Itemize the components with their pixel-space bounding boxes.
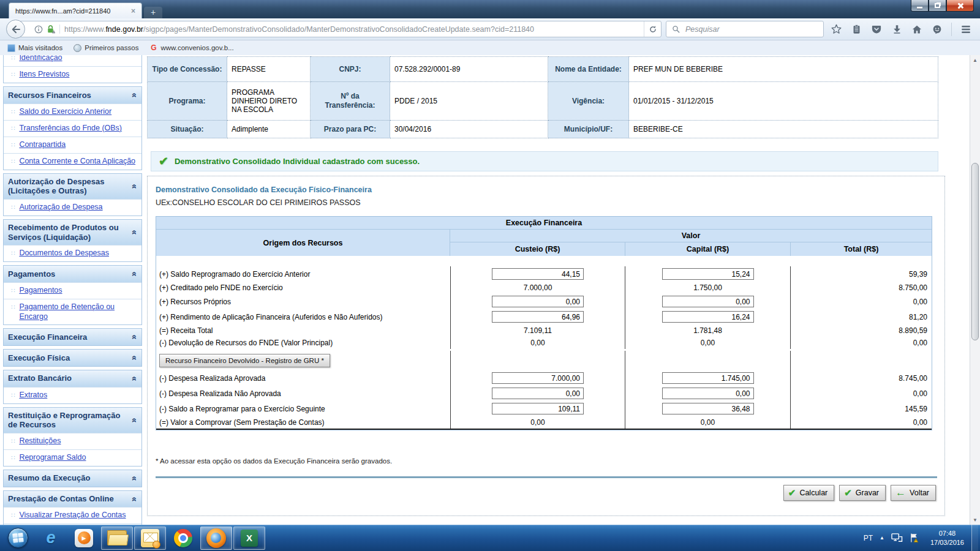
scrollbar-thumb[interactable] <box>971 163 979 340</box>
sidebar-item[interactable]: Autorização de Despesa <box>4 199 141 216</box>
hello-smiley-icon[interactable] <box>929 21 945 37</box>
taskbar-chrome[interactable] <box>167 527 199 550</box>
sidebar-item[interactable]: Conta Corrente e Conta Aplicação <box>4 153 141 170</box>
taskbar-file-explorer[interactable] <box>101 527 133 550</box>
reload-button[interactable] <box>644 21 661 37</box>
bookmark-item[interactable]: Gwww.convenios.gov.b... <box>149 44 233 52</box>
sidebar-item-link[interactable]: Restituições <box>19 437 61 446</box>
info-label: Nº da Transferência: <box>311 82 390 121</box>
sidebar-item[interactable]: Pagamento de Retenção ou Encargo <box>4 299 141 324</box>
taskbar-firefox[interactable] <box>200 527 232 550</box>
network-icon[interactable] <box>891 533 903 543</box>
sidebar-item-link[interactable]: Extratos <box>19 391 47 400</box>
sidebar-item-link[interactable]: Itens Previstos <box>19 70 69 80</box>
restore-button[interactable] <box>929 0 946 12</box>
browser-tab[interactable]: https://www.fn...am?cid=211840 × <box>9 2 142 18</box>
custeio-input-row0[interactable] <box>492 268 584 280</box>
url-bar[interactable]: https://www.fnde.gov.br/sigpc/pages/Mant… <box>19 21 662 37</box>
back-button[interactable] <box>6 20 25 39</box>
sidebar-item[interactable]: Extratos <box>4 387 141 403</box>
voltar-button[interactable]: Voltar <box>891 485 936 501</box>
sidebar-item-link[interactable]: Saldo do Exercício Anterior <box>19 107 111 117</box>
bookmark-star-button[interactable] <box>828 21 844 37</box>
sidebar-item[interactable]: Visualizar Prestação de Contas <box>4 507 141 523</box>
capital-input-row9[interactable] <box>662 403 754 414</box>
sidebar-item[interactable]: Restituições <box>4 433 141 449</box>
clock[interactable]: 07:48 17/03/2016 <box>927 529 968 547</box>
sidebar-item[interactable]: Saldo do Exercício Anterior <box>4 103 141 120</box>
sidebar-section-header[interactable]: Restituição e Reprogramação de Recursos <box>4 408 141 433</box>
downloads-icon[interactable] <box>889 21 905 37</box>
sidebar-section-header[interactable]: Extrato Bancário <box>4 370 141 387</box>
custeio-input-row7[interactable] <box>492 372 584 384</box>
custeio-input-row9[interactable] <box>492 403 584 414</box>
capital-input-row2[interactable] <box>662 296 754 307</box>
taskbar-internet-explorer[interactable]: e <box>35 527 67 550</box>
sidebar-item-link[interactable]: Contrapartida <box>19 140 66 150</box>
sidebar-section-header[interactable]: Pagamentos <box>4 266 141 282</box>
sidebar-section-header[interactable]: Resumo da Execução <box>4 470 141 487</box>
taskbar-outlook[interactable] <box>134 527 166 550</box>
capital-input-row8[interactable] <box>662 388 754 399</box>
capital-input-row0[interactable] <box>662 268 754 280</box>
site-identity[interactable] <box>34 24 60 34</box>
custeio-input-row2[interactable] <box>492 296 584 307</box>
sidebar-item-link[interactable]: Conta Corrente e Conta Aplicação <box>19 157 135 167</box>
firefox-icon <box>206 528 226 548</box>
scroll-down-arrow[interactable] <box>971 515 980 525</box>
total-value: 0,00 <box>913 339 927 347</box>
sidebar-item[interactable]: Itens Previstos <box>4 66 141 83</box>
search-box[interactable] <box>666 21 824 37</box>
sidebar-item-link[interactable]: Autorização de Despesa <box>19 203 102 212</box>
close-button[interactable] <box>946 0 974 12</box>
bookmark-item[interactable]: Primeiros passos <box>74 44 138 52</box>
sidebar-item-link[interactable]: Pagamentos <box>19 286 62 296</box>
sidebar-item-link[interactable]: Reprogramar Saldo <box>19 453 86 463</box>
taskbar-media-player[interactable] <box>68 527 100 550</box>
gru-register-button[interactable]: Recurso Financeiro Devolvido - Registro … <box>159 354 330 367</box>
home-icon[interactable] <box>909 21 925 37</box>
minimize-button[interactable] <box>911 0 929 12</box>
new-tab-button[interactable]: + <box>144 7 162 18</box>
sidebar-item[interactable]: Pagamentos <box>4 282 141 299</box>
gravar-button[interactable]: Gravar <box>839 485 886 501</box>
tab-close-icon[interactable]: × <box>131 7 135 15</box>
scroll-up-arrow[interactable] <box>971 55 980 65</box>
sidebar-item-link[interactable]: Visualizar Prestação de Contas <box>19 511 126 520</box>
sidebar-item[interactable]: Identificação <box>4 55 141 66</box>
calcular-button[interactable]: Calcular <box>783 485 834 501</box>
sidebar-item[interactable]: Documentos de Despesas <box>4 245 141 261</box>
sidebar-section-header[interactable]: Execução Financeira <box>4 329 141 345</box>
capital-input-row7[interactable] <box>662 372 754 384</box>
custeio-input-row3[interactable] <box>492 311 584 323</box>
sidebar-section-header[interactable]: Prestação de Contas Online <box>4 491 141 508</box>
sidebar-item[interactable]: Transferências do Fnde (OBs) <box>4 120 141 137</box>
sidebar-section-header[interactable]: Autorização de Despesas (Licitações e Ou… <box>4 174 141 199</box>
taskbar-excel[interactable]: X <box>233 527 265 550</box>
system-tray: PT 07:48 17/03/2016 <box>864 529 971 547</box>
sidebar-section-header[interactable]: Execução Física <box>4 350 141 366</box>
taskbar-start[interactable] <box>2 527 34 550</box>
sidebar-section-header[interactable]: Recebimento de Produtos ou Serviços (Liq… <box>4 220 141 245</box>
show-desktop-button[interactable] <box>971 525 978 551</box>
sidebar-item-link[interactable]: Identificação <box>19 55 62 63</box>
reading-list-icon[interactable] <box>848 21 864 37</box>
pocket-icon[interactable] <box>869 21 884 37</box>
capital-input-row3[interactable] <box>662 311 754 323</box>
hidden-icons-arrow[interactable] <box>880 535 884 541</box>
language-indicator[interactable]: PT <box>864 534 873 542</box>
search-input[interactable] <box>684 24 818 34</box>
sidebar-item[interactable]: Reprogramar Saldo <box>4 449 141 466</box>
browser-scrollbar[interactable] <box>970 55 980 525</box>
info-label: Vigência: <box>548 82 629 121</box>
sidebar-item-link[interactable]: Transferências do Fnde (OBs) <box>19 124 122 133</box>
bookmark-item[interactable]: Mais visitados <box>7 44 62 52</box>
titlebar: https://www.fn...am?cid=211840 × + <box>0 0 980 18</box>
custeio-input-row8[interactable] <box>492 388 584 399</box>
sidebar-item[interactable]: Contrapartida <box>4 137 141 153</box>
sidebar-section-header[interactable]: Recursos Financeiros <box>4 87 141 103</box>
sidebar-item-link[interactable]: Pagamento de Retenção ou Encargo <box>19 302 139 321</box>
sidebar-item-link[interactable]: Documentos de Despesas <box>19 249 109 258</box>
action-center-flag-icon[interactable] <box>910 533 920 543</box>
menu-hamburger-icon[interactable] <box>958 21 974 37</box>
